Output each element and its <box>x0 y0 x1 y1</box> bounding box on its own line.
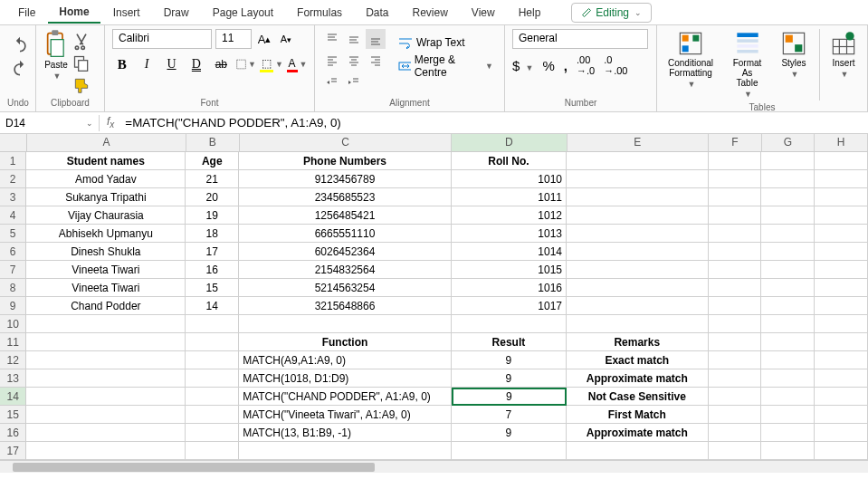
cell-A11[interactable] <box>26 333 186 351</box>
cell-G8[interactable] <box>761 279 815 297</box>
redo-button[interactable] <box>11 60 29 78</box>
cell-C5[interactable]: 6665551110 <box>239 225 452 243</box>
row-header-8[interactable]: 8 <box>0 279 26 297</box>
row-header-10[interactable]: 10 <box>0 315 26 333</box>
cell-E2[interactable] <box>567 170 709 188</box>
cell-A13[interactable] <box>26 369 186 388</box>
cell-A10[interactable] <box>26 315 186 333</box>
cell-A6[interactable]: Dinesh Shukla <box>26 243 186 261</box>
cell-A2[interactable]: Amod Yadav <box>26 170 186 188</box>
tab-formulas[interactable]: Formulas <box>286 3 353 23</box>
cell-H10[interactable] <box>815 315 868 333</box>
cell-G16[interactable] <box>761 424 815 442</box>
row-header-6[interactable]: 6 <box>0 243 26 261</box>
cell-A14[interactable] <box>26 388 186 406</box>
cell-D12[interactable]: 9 <box>452 351 567 369</box>
cell-F5[interactable] <box>709 225 762 243</box>
cell-B6[interactable]: 17 <box>186 243 239 261</box>
row-header-14[interactable]: 14 <box>0 388 26 406</box>
column-header-A[interactable]: A <box>27 134 186 152</box>
cell-A3[interactable]: Sukanya Tripathi <box>26 188 186 206</box>
cell-E12[interactable]: Exact match <box>567 351 709 369</box>
cell-F12[interactable] <box>709 351 762 369</box>
cell-G9[interactable] <box>761 297 815 315</box>
row-header-16[interactable]: 16 <box>0 424 26 442</box>
cell-D7[interactable]: 1015 <box>452 261 567 279</box>
cell-E11[interactable]: Remarks <box>567 333 709 351</box>
cell-E1[interactable] <box>567 152 709 170</box>
cell-E15[interactable]: First Match <box>567 406 709 424</box>
cell-D5[interactable]: 1013 <box>452 225 567 243</box>
cell-H7[interactable] <box>815 261 868 279</box>
underline-button[interactable]: U <box>162 54 181 74</box>
cell-A5[interactable]: Abhisekh Upmanyu <box>26 225 186 243</box>
cell-C17[interactable] <box>239 442 452 460</box>
cell-B17[interactable] <box>186 442 239 460</box>
cell-B2[interactable]: 21 <box>186 170 239 188</box>
increase-decimal-button[interactable]: .00→.0 <box>577 54 595 76</box>
cell-E4[interactable] <box>567 206 709 225</box>
merge-center-button[interactable]: Merge & Centre ▼ <box>395 56 497 76</box>
cell-F3[interactable] <box>709 188 762 206</box>
cell-B14[interactable] <box>186 388 239 406</box>
cell-B8[interactable]: 15 <box>186 279 239 297</box>
cell-H16[interactable] <box>815 424 868 442</box>
cell-A1[interactable]: Student names <box>26 152 186 170</box>
cell-B11[interactable] <box>186 333 239 351</box>
cell-H15[interactable] <box>815 406 868 424</box>
cell-A8[interactable]: Vineeta Tiwari <box>26 279 186 297</box>
conditional-formatting-button[interactable]: Conditional Formatting▼ <box>664 29 717 101</box>
name-box[interactable]: D14⌄ <box>0 115 100 131</box>
cell-G14[interactable] <box>761 388 815 406</box>
cell-E16[interactable]: Approximate match <box>567 424 709 442</box>
decrease-decimal-button[interactable]: .0→.00 <box>604 54 627 76</box>
column-header-D[interactable]: D <box>452 134 567 152</box>
cell-C12[interactable]: MATCH(A9, A1:A9, 0) <box>239 351 452 369</box>
cell-F2[interactable] <box>709 170 762 188</box>
cell-H12[interactable] <box>815 351 868 369</box>
cell-D2[interactable]: 1010 <box>452 170 567 188</box>
increase-indent-button[interactable] <box>344 72 364 92</box>
cell-E17[interactable] <box>567 442 709 460</box>
cell-D3[interactable]: 1011 <box>452 188 567 206</box>
percent-format-button[interactable]: % <box>542 58 554 73</box>
increase-font-button[interactable]: A▴ <box>255 30 273 48</box>
tab-view[interactable]: View <box>461 3 506 23</box>
cell-F6[interactable] <box>709 243 762 261</box>
font-name-select[interactable]: Calibri <box>112 29 212 49</box>
cell-F9[interactable] <box>709 297 762 315</box>
cell-E5[interactable] <box>567 225 709 243</box>
column-header-G[interactable]: G <box>762 134 816 152</box>
cell-G11[interactable] <box>761 333 815 351</box>
row-header-7[interactable]: 7 <box>0 261 26 279</box>
cell-F15[interactable] <box>709 406 762 424</box>
cut-button[interactable] <box>72 33 91 51</box>
cell-B15[interactable] <box>186 406 239 424</box>
cell-G17[interactable] <box>761 442 815 460</box>
strikethrough-button[interactable]: ab <box>212 54 231 74</box>
cell-C11[interactable]: Function <box>239 333 452 351</box>
cell-A15[interactable] <box>26 406 186 424</box>
cell-G5[interactable] <box>761 225 815 243</box>
cell-E14[interactable]: Not Case Sensitive <box>567 388 709 406</box>
column-header-H[interactable]: H <box>815 134 868 152</box>
cell-D10[interactable] <box>452 315 567 333</box>
cell-F7[interactable] <box>709 261 762 279</box>
column-header-C[interactable]: C <box>240 134 453 152</box>
align-right-button[interactable] <box>366 51 386 71</box>
cell-C3[interactable]: 2345685523 <box>239 188 452 206</box>
tab-home[interactable]: Home <box>48 2 100 24</box>
cell-B1[interactable]: Age <box>186 152 239 170</box>
tab-review[interactable]: Review <box>401 3 458 23</box>
cell-B12[interactable] <box>186 351 239 369</box>
wrap-text-button[interactable]: Wrap Text <box>395 33 497 53</box>
cell-D13[interactable]: 9 <box>452 369 567 388</box>
styles-button[interactable]: Styles▼ <box>777 29 810 101</box>
cell-G1[interactable] <box>761 152 815 170</box>
cell-B10[interactable] <box>186 315 239 333</box>
cell-F11[interactable] <box>709 333 762 351</box>
cell-H5[interactable] <box>815 225 868 243</box>
cell-C10[interactable] <box>239 315 452 333</box>
cell-A7[interactable]: Vineeta Tiwari <box>26 261 186 279</box>
cell-G12[interactable] <box>761 351 815 369</box>
